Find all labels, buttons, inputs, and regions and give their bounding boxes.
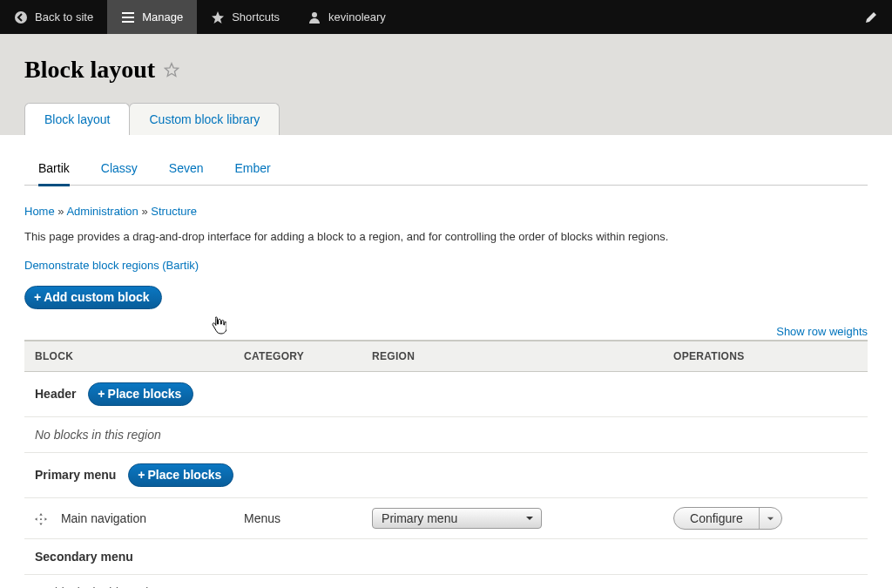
person-icon [307, 10, 321, 24]
theme-tab-label: Ember [235, 161, 271, 175]
blocks-table: BLOCK CATEGORY REGION OPERATIONS Header … [24, 340, 868, 588]
configure-button[interactable]: Configure [674, 508, 759, 529]
manage-label: Manage [142, 10, 183, 24]
breadcrumb-sep: » [57, 205, 64, 218]
plus-icon: + [34, 291, 41, 303]
empty-msg: No blocks in this region [24, 417, 868, 453]
manage-button[interactable]: Manage [107, 0, 197, 34]
breadcrumb-home[interactable]: Home [24, 205, 55, 218]
theme-tab-label: Classy [101, 161, 138, 175]
place-blocks-label: Place blocks [147, 468, 221, 482]
block-name: Main navigation [61, 511, 146, 525]
theme-tabs: Bartik Classy Seven Ember [24, 152, 868, 186]
region-select[interactable]: Primary menu [372, 508, 542, 529]
drag-handle-icon[interactable] [35, 511, 61, 525]
breadcrumb-structure[interactable]: Structure [151, 205, 197, 218]
breadcrumb: Home » Administration » Structure [24, 205, 868, 218]
svg-point-1 [312, 12, 317, 17]
plus-icon: + [98, 388, 105, 400]
back-icon [14, 10, 28, 24]
user-label: kevinoleary [328, 10, 386, 24]
block-row-main-navigation[interactable]: Main navigation Menus Primary menu Confi… [24, 498, 868, 539]
place-blocks-label: Place blocks [108, 387, 182, 401]
chevron-down-icon [525, 511, 534, 525]
show-row-weights-link[interactable]: Show row weights [776, 325, 868, 338]
page-description: This page provides a drag-and-drop inter… [24, 230, 868, 243]
tab-label: Block layout [44, 112, 110, 126]
shortcuts-label: Shortcuts [232, 10, 280, 24]
tab-custom-block-library[interactable]: Custom block library [129, 103, 280, 135]
edit-button[interactable] [850, 0, 892, 34]
region-row-primary-menu: Primary menu + Place blocks [24, 453, 868, 498]
region-row-secondary-menu: Secondary menu [24, 539, 868, 575]
region-row-header: Header + Place blocks [24, 372, 868, 417]
place-blocks-button-primary[interactable]: + Place blocks [128, 463, 233, 487]
add-custom-label: Add custom block [44, 290, 149, 304]
configure-label: Configure [690, 511, 743, 525]
page-title: Block layout [24, 56, 868, 84]
empty-region-secondary: No blocks in this region [24, 575, 868, 589]
theme-tab-label: Seven [169, 161, 204, 175]
pencil-icon [864, 10, 878, 24]
shortcuts-button[interactable]: Shortcuts [197, 0, 294, 34]
operations-dropbutton: Configure [673, 507, 782, 530]
col-block: BLOCK [24, 341, 233, 372]
star-icon [211, 10, 225, 24]
back-label: Back to site [35, 10, 93, 24]
breadcrumb-sep: » [141, 205, 147, 218]
empty-msg: No blocks in this region [24, 575, 868, 589]
theme-tab-label: Bartik [38, 161, 70, 175]
demonstrate-regions-link[interactable]: Demonstrate block regions (Bartik) [24, 259, 868, 272]
theme-tab-seven[interactable]: Seven [169, 152, 204, 186]
hamburger-icon [121, 10, 135, 24]
add-custom-block-button[interactable]: + Add custom block [24, 286, 162, 309]
empty-region-header: No blocks in this region [24, 417, 868, 453]
operations-dropdown-toggle[interactable] [759, 508, 781, 529]
admin-toolbar: Back to site Manage Shortcuts kevinolear… [0, 0, 892, 34]
primary-tabs: Block layout Custom block library [24, 103, 868, 135]
region-select-value: Primary menu [382, 511, 457, 525]
col-category: CATEGORY [233, 341, 362, 372]
region-label: Primary menu [35, 468, 116, 482]
svg-point-0 [15, 11, 27, 24]
col-region: REGION [362, 341, 663, 372]
block-category: Menus [233, 498, 362, 539]
region-label: Header [35, 387, 76, 401]
tab-label: Custom block library [149, 112, 260, 126]
back-to-site-button[interactable]: Back to site [0, 0, 107, 34]
chevron-down-icon [767, 511, 774, 525]
col-operations: OPERATIONS [663, 341, 868, 372]
favorite-star-icon[interactable] [164, 56, 179, 84]
tab-block-layout[interactable]: Block layout [24, 103, 130, 135]
plus-icon: + [138, 469, 145, 481]
theme-tab-bartik[interactable]: Bartik [38, 152, 70, 186]
place-blocks-button-header[interactable]: + Place blocks [88, 382, 193, 406]
region-label: Secondary menu [35, 550, 133, 564]
user-button[interactable]: kevinoleary [294, 0, 400, 34]
theme-tab-ember[interactable]: Ember [235, 152, 271, 186]
theme-tab-classy[interactable]: Classy [101, 152, 138, 186]
page-title-text: Block layout [24, 56, 155, 84]
breadcrumb-admin[interactable]: Administration [66, 205, 138, 218]
